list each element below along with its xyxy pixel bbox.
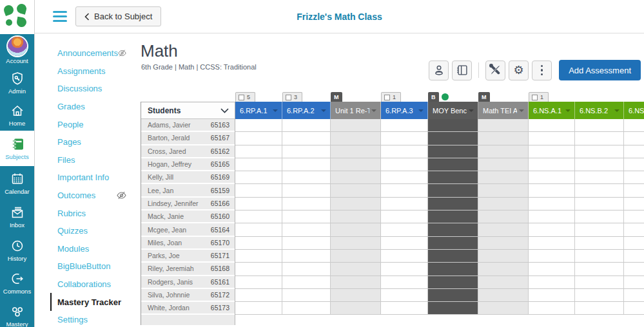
assessment-column-header[interactable]: Math TEI Ass... <box>478 102 529 119</box>
grade-cell[interactable] <box>331 171 381 184</box>
rail-item-history[interactable]: History <box>0 233 34 266</box>
course-menu-item-collaborations[interactable]: Collaborations <box>57 276 126 294</box>
grade-cell[interactable] <box>235 145 282 158</box>
grade-cell[interactable] <box>575 289 624 302</box>
grade-cell[interactable] <box>235 171 282 184</box>
rail-item-calendar[interactable]: Calendar <box>0 166 34 200</box>
grade-cell[interactable] <box>575 171 624 184</box>
grade-cell[interactable] <box>478 237 529 250</box>
assessment-column-header[interactable]: 6.NS.A.1 <box>529 102 575 119</box>
grade-cell[interactable] <box>478 184 529 197</box>
grade-cell[interactable] <box>235 302 282 315</box>
grade-cell[interactable] <box>529 289 575 302</box>
rail-item-admin[interactable]: Admin <box>0 66 34 98</box>
student-row[interactable]: Silva, Johnnie65172 <box>141 289 235 302</box>
grade-cell[interactable] <box>381 250 428 263</box>
grade-cell[interactable] <box>428 276 478 289</box>
course-menu-item-pages[interactable]: Pages <box>57 133 126 151</box>
grade-cell[interactable] <box>282 223 331 236</box>
back-to-subject-button[interactable]: Back to Subject <box>75 6 161 26</box>
grade-cell[interactable] <box>428 263 478 276</box>
assessment-column-header[interactable]: 6.RP.A.2 <box>282 102 331 119</box>
grade-cell[interactable] <box>575 263 624 276</box>
grade-cell[interactable] <box>624 198 644 210</box>
grade-cell[interactable] <box>235 132 282 145</box>
grade-cell[interactable] <box>575 158 624 171</box>
grade-cell[interactable] <box>282 237 331 250</box>
course-menu-item-outcomes[interactable]: Outcomes <box>57 187 126 205</box>
grade-cell[interactable] <box>381 171 428 184</box>
grade-cell[interactable] <box>381 223 428 236</box>
grade-cell[interactable] <box>478 158 529 171</box>
grade-cell[interactable] <box>381 210 428 223</box>
course-menu-item-settings[interactable]: Settings <box>57 311 126 327</box>
assessment-column-header[interactable]: 6.NS.B.2 <box>575 102 624 119</box>
grade-cell[interactable] <box>529 132 575 145</box>
grade-cell[interactable] <box>235 276 282 289</box>
grade-cell[interactable] <box>282 119 331 132</box>
grade-cell[interactable] <box>624 132 644 145</box>
grade-cell[interactable] <box>624 145 644 158</box>
grade-cell[interactable] <box>235 210 282 223</box>
grade-cell[interactable] <box>478 210 529 223</box>
grade-cell[interactable] <box>381 237 428 250</box>
student-row[interactable]: Riley, Jeremiah65168 <box>141 263 235 276</box>
grade-cell[interactable] <box>575 210 624 223</box>
grade-cell[interactable] <box>428 145 478 158</box>
grade-cell[interactable] <box>575 119 624 132</box>
grade-cell[interactable] <box>235 119 282 132</box>
course-menu-item-grades[interactable]: Grades <box>57 98 126 116</box>
settings-button[interactable]: ⚙ <box>509 61 529 80</box>
rail-item-account[interactable]: Account <box>0 34 34 66</box>
course-menu-item-bigbluebutton[interactable]: BigBlueButton <box>57 257 126 276</box>
grade-cell[interactable] <box>331 132 381 145</box>
student-row[interactable]: Mcgee, Jean65164 <box>141 223 235 236</box>
student-row[interactable]: Rodgers, Janis65161 <box>141 276 235 289</box>
grade-cell[interactable] <box>381 302 428 315</box>
grade-cell[interactable] <box>428 250 478 263</box>
grade-cell[interactable] <box>428 289 478 302</box>
rail-item-inbox[interactable]: Inbox <box>0 200 34 233</box>
grade-cell[interactable] <box>478 250 529 263</box>
grade-cell[interactable] <box>282 198 331 210</box>
grade-cell[interactable] <box>235 223 282 236</box>
course-menu-item-files[interactable]: Files <box>57 151 126 169</box>
grade-cell[interactable] <box>282 263 331 276</box>
student-row[interactable]: Barton, Jerald65167 <box>141 132 235 145</box>
grade-cell[interactable] <box>282 302 331 315</box>
grade-cell[interactable] <box>529 223 575 236</box>
grade-cell[interactable] <box>575 250 624 263</box>
grade-cell[interactable] <box>529 302 575 315</box>
grade-cell[interactable] <box>529 158 575 171</box>
grade-cell[interactable] <box>428 171 478 184</box>
grade-cell[interactable] <box>282 210 331 223</box>
rail-item-subjects[interactable]: Subjects <box>0 131 34 166</box>
grade-cell[interactable] <box>331 276 381 289</box>
alignment-count-badge[interactable]: 1 <box>381 92 401 102</box>
grade-cell[interactable] <box>575 237 624 250</box>
grade-cell[interactable] <box>381 158 428 171</box>
grade-cell[interactable] <box>529 263 575 276</box>
assessment-column-header[interactable]: 6.RP.A.1 <box>235 102 282 119</box>
assessment-type-badge[interactable]: B <box>428 92 439 102</box>
grade-cell[interactable] <box>235 158 282 171</box>
student-row[interactable]: Cross, Jared65162 <box>141 145 235 158</box>
grade-cell[interactable] <box>282 145 331 158</box>
grade-cell[interactable] <box>428 184 478 197</box>
add-assessment-button[interactable]: Add Assessment <box>559 60 641 80</box>
grade-cell[interactable] <box>331 184 381 197</box>
students-view-button[interactable] <box>429 61 449 80</box>
grade-cell[interactable] <box>624 171 644 184</box>
grade-cell[interactable] <box>282 132 331 145</box>
grade-cell[interactable] <box>529 119 575 132</box>
grade-cell[interactable] <box>235 198 282 210</box>
grade-cell[interactable] <box>282 158 331 171</box>
grade-cell[interactable] <box>282 289 331 302</box>
grade-cell[interactable] <box>381 145 428 158</box>
assessment-type-badge[interactable]: M <box>331 92 342 102</box>
student-row[interactable]: White, Jordan65173 <box>141 302 235 315</box>
assessment-column-header[interactable]: Unit 1 Re-Te... <box>331 102 381 119</box>
grade-cell[interactable] <box>478 132 529 145</box>
grade-cell[interactable] <box>381 276 428 289</box>
grade-cell[interactable] <box>331 289 381 302</box>
